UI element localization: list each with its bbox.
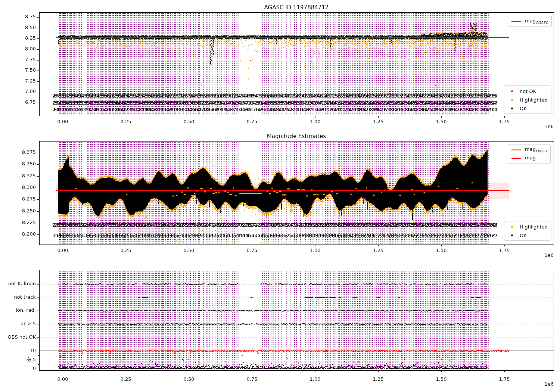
legend-entry: Highlighted (508, 223, 548, 230)
legend-label: OK (520, 106, 527, 111)
legend-entry: Highlighted (508, 96, 548, 103)
legend-label: Highlighted (520, 97, 548, 103)
category-label: OBS not OK (2, 334, 36, 340)
x-tick-label: 0.50 (184, 248, 195, 253)
category-label: not Kalman (2, 281, 36, 286)
legend-point-status: not OK Highlighted OK (504, 85, 551, 114)
obsid-labels-row: 2359483334851553515133594523532336346335… (52, 100, 497, 106)
green-line-swatch (511, 21, 521, 22)
x-tick-label: 0.00 (57, 376, 68, 382)
obsid-labels-row: 2831635936315234563131594754163165476603… (52, 107, 497, 112)
y-tick-label: 8.25 (19, 35, 36, 41)
legend-mag-agasc: magAGASC (508, 16, 552, 27)
y-tick-label: 7.25 (19, 78, 36, 84)
y-tick-label: 8.300 (16, 184, 36, 190)
y-tick-label: 7.50 (19, 67, 36, 73)
legend-entry: OK (508, 232, 548, 239)
x-offset-label: 1e6 (542, 381, 554, 387)
y-tick-label: 8.350 (16, 161, 36, 167)
middle-plot-title: Magnitude Estimates (267, 133, 326, 140)
category-label: dr > 5 (2, 321, 36, 326)
y-tick-label: 6.75 (19, 99, 36, 105)
obsid-labels-row: 2266733893499566810922147342486165477315… (52, 223, 497, 228)
x-tick-label: 1.00 (310, 119, 321, 124)
black-dot-swatch (511, 234, 513, 236)
legend-entry: mag (511, 155, 547, 162)
y-tick-label: 8.200 (16, 231, 36, 237)
x-tick-label: 0.25 (121, 376, 131, 382)
orange-dot-swatch (511, 99, 513, 101)
x-tick-label: 0.75 (247, 248, 258, 253)
x-tick-label: 1.75 (499, 248, 510, 253)
legend-entry: OK (508, 105, 548, 112)
x-offset-label: 1e6 (542, 252, 554, 258)
x-tick-label: 0.50 (184, 119, 195, 124)
y-tick-label: 8.00 (19, 46, 36, 52)
plots-canvas (0, 0, 560, 392)
x-tick-label: 0.00 (57, 248, 68, 253)
x-tick-label: 1.25 (373, 119, 384, 124)
category-label: Ion. rad. (2, 307, 36, 313)
orange-dot-swatch (511, 226, 513, 228)
y-tick-label: 8.375 (16, 149, 36, 155)
x-tick-label: 0.00 (57, 119, 68, 124)
black-dot-swatch (511, 108, 513, 109)
legend-point-status-middle: Highlighted OK (504, 221, 551, 241)
orange-line-swatch (511, 149, 521, 150)
red-line-swatch (511, 158, 521, 159)
x-tick-label: 0.50 (184, 376, 195, 382)
x-tick-label: 1.50 (436, 376, 447, 382)
category-label: not track (2, 294, 36, 300)
legend-label: magAGASC (525, 18, 548, 25)
y-tick-label: 8.250 (16, 208, 36, 214)
y-tick-label: 7.00 (19, 88, 36, 94)
x-tick-label: 0.75 (247, 119, 258, 124)
x-tick-label: 0.25 (121, 248, 131, 253)
dr-tick-label: 10 (25, 348, 36, 353)
top-plot-title: AGASC ID 1197884712 (264, 4, 329, 11)
x-tick-label: 1.25 (373, 248, 384, 253)
figure: AGASC ID 1197884712 Magnitude Estimates … (0, 0, 560, 392)
obsid-labels-row: 2667323857233584599423859489942336646101… (52, 93, 497, 99)
x-tick-label: 1.75 (499, 119, 510, 124)
legend-label: magOBSID (525, 146, 547, 153)
x-tick-label: 1.50 (436, 119, 447, 124)
y-tick-label: 8.225 (16, 220, 36, 225)
legend-entry: magOBSID (511, 146, 547, 153)
x-tick-label: 0.25 (121, 119, 131, 124)
y-tick-label: 8.325 (16, 173, 36, 178)
legend-label: not OK (520, 88, 536, 94)
x-tick-label: 1.25 (373, 376, 384, 382)
x-tick-label: 0.75 (247, 376, 258, 382)
y-tick-label: 8.75 (19, 14, 36, 19)
x-tick-label: 1.00 (310, 376, 321, 382)
legend-entry: magAGASC (511, 18, 548, 25)
y-tick-label: 7.75 (19, 57, 36, 62)
x-tick-label: 1.75 (499, 376, 510, 382)
y-tick-label: 8.275 (16, 196, 36, 202)
x-tick-label: 1.50 (436, 248, 447, 253)
y-tick-label: 8.50 (19, 25, 36, 30)
dr-tick-label: 0 (25, 365, 36, 371)
legend-entry: not OK (508, 88, 548, 94)
x-tick-label: 1.00 (310, 248, 321, 253)
legend-mag-lines: magOBSID mag (508, 144, 551, 164)
obsid-labels-row: 2359483334851553515133594523532336346335… (52, 233, 497, 238)
dr-tick-label: 5 (25, 357, 36, 362)
legend-label: Highlighted (520, 224, 548, 230)
x-offset-label: 1e6 (542, 124, 554, 129)
legend-label: OK (520, 233, 527, 238)
red-dot-swatch (511, 90, 513, 92)
legend-label: mag (525, 155, 536, 162)
